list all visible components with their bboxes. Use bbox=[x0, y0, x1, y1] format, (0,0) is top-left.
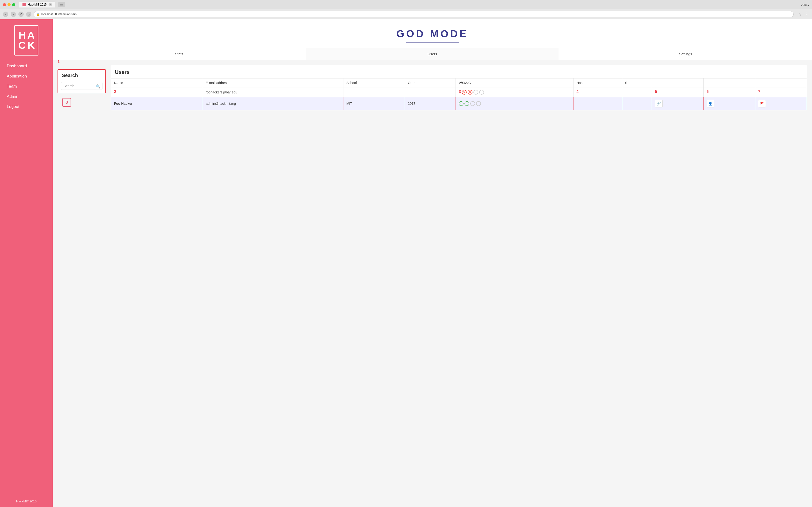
users-section: Users Name E-mail address School Grad V/… bbox=[111, 65, 807, 110]
cell-action-flag-2: 🚩 bbox=[755, 97, 807, 110]
cell-email-2: admin@hackmit.org bbox=[203, 97, 343, 110]
forward-button[interactable]: › bbox=[11, 12, 16, 17]
tab-favicon bbox=[22, 3, 26, 6]
cell-email: foohacker1@bar.edu bbox=[203, 88, 343, 97]
window-controls bbox=[3, 3, 15, 6]
titlebar: HackMIT 2015 × ▭ Jessy bbox=[0, 0, 812, 9]
page-header: GOD MODE bbox=[53, 19, 812, 48]
annotation-1: 1 bbox=[57, 60, 60, 64]
col-school: School bbox=[343, 78, 405, 88]
col-name: Name bbox=[111, 78, 203, 88]
table-row: 2 foohacker1@bar.edu 3 ✕ bbox=[111, 88, 807, 97]
logo-box: H AC K bbox=[14, 25, 39, 56]
main-wrapper: 1 Search 🔍 0 Users N bbox=[53, 60, 812, 111]
status-a-2 bbox=[470, 101, 475, 106]
browser-menu-icon[interactable]: ⋮ bbox=[805, 12, 809, 17]
annotation-5: 5 bbox=[655, 90, 657, 94]
annotation-7: 7 bbox=[758, 90, 760, 94]
plus-icon: ▭ bbox=[60, 2, 63, 7]
lock-icon: 🔒 bbox=[37, 13, 40, 16]
url-text: localhost:3000/admin/users bbox=[41, 12, 77, 16]
sidebar-item-application[interactable]: Application bbox=[4, 71, 49, 81]
table-row: Foo Hacker admin@hackmit.org MIT 2017 ✓ bbox=[111, 97, 807, 110]
cell-statuses-2: ✓ ✓ bbox=[456, 97, 573, 110]
search-panel: Search 🔍 bbox=[57, 69, 106, 93]
flag-icon: 🚩 bbox=[760, 102, 764, 106]
close-icon: × bbox=[50, 3, 51, 6]
main-content: GOD MODE Stats Users Settings 1 Search 🔍 bbox=[53, 19, 812, 507]
status-c-2 bbox=[476, 101, 481, 106]
users-section-title: Users bbox=[111, 65, 807, 78]
col-host: Host bbox=[573, 78, 622, 88]
col-dollar: $ bbox=[622, 78, 652, 88]
col-grad: Grad bbox=[405, 78, 456, 88]
app-layout: H AC K Dashboard Application Team Admin … bbox=[0, 19, 812, 507]
tab-stats[interactable]: Stats bbox=[53, 48, 306, 60]
cell-action-link-2: 🔗 bbox=[652, 97, 704, 110]
search-panel-title: Search bbox=[58, 70, 105, 80]
cell-grad-2: 2017 bbox=[405, 97, 456, 110]
users-table: Name E-mail address School Grad V/S/A/C … bbox=[111, 78, 807, 110]
logo-text: H AC K bbox=[18, 30, 34, 50]
left-panel: 1 Search 🔍 0 bbox=[57, 60, 106, 111]
status-c bbox=[479, 90, 484, 95]
col-email: E-mail address bbox=[203, 78, 343, 88]
right-panel: Users Name E-mail address School Grad V/… bbox=[111, 60, 807, 111]
status-v-2: ✓ bbox=[459, 101, 463, 106]
tab-users[interactable]: Users bbox=[306, 48, 559, 60]
url-bar[interactable]: 🔒 localhost:3000/admin/users bbox=[34, 11, 794, 17]
addressbar: ‹ › ↺ ⌂ 🔒 localhost:3000/admin/users ☆ ⋮ bbox=[0, 9, 812, 19]
search-input-wrap: 🔍 bbox=[58, 80, 105, 93]
page-title-underline bbox=[406, 43, 459, 43]
cell-action-link: 5 bbox=[652, 88, 704, 97]
link-button[interactable]: 🔗 bbox=[655, 100, 663, 107]
minimize-dot[interactable] bbox=[7, 3, 11, 6]
status-icons: 3 ✕ ✕ bbox=[459, 90, 570, 95]
sidebar-item-dashboard[interactable]: Dashboard bbox=[4, 61, 49, 71]
status-s: ✕ bbox=[468, 90, 472, 95]
sidebar-logo: H AC K bbox=[0, 19, 53, 61]
browser-tab[interactable]: HackMIT 2015 × bbox=[19, 2, 55, 7]
check-icon: ✓ bbox=[460, 102, 462, 105]
search-icon: 🔍 bbox=[96, 84, 101, 89]
sidebar-item-logout[interactable]: Logout bbox=[4, 102, 49, 112]
status-s-2: ✓ bbox=[464, 101, 469, 106]
col-action2 bbox=[704, 78, 755, 88]
check-icon-2: ✓ bbox=[466, 102, 468, 105]
cell-name-2: Foo Hacker bbox=[111, 97, 203, 110]
cell-name: 2 bbox=[111, 88, 203, 97]
cell-dollar bbox=[622, 88, 652, 97]
back-button[interactable]: ‹ bbox=[3, 12, 8, 17]
refresh-button[interactable]: ↺ bbox=[18, 12, 24, 17]
sidebar-item-team[interactable]: Team bbox=[4, 81, 49, 91]
tab-settings[interactable]: Settings bbox=[559, 48, 812, 60]
close-dot[interactable] bbox=[3, 3, 6, 6]
col-vsac: V/S/A/C bbox=[456, 78, 573, 88]
flag-button[interactable]: 🚩 bbox=[758, 100, 766, 107]
status-v: ✕ bbox=[462, 90, 467, 95]
home-button[interactable]: ⌂ bbox=[26, 12, 32, 17]
add-person-icon: 👤 bbox=[708, 102, 712, 106]
sidebar-nav: Dashboard Application Team Admin Logout bbox=[0, 61, 53, 496]
maximize-dot[interactable] bbox=[12, 3, 15, 6]
annotation-4: 4 bbox=[576, 90, 578, 94]
tab-title: HackMIT 2015 bbox=[28, 3, 47, 6]
refresh-icon: ↺ bbox=[20, 12, 22, 16]
actions-link: 🔗 bbox=[655, 100, 701, 107]
new-tab-button[interactable]: ▭ bbox=[58, 2, 65, 7]
sidebar-footer: HackMIT 2015 bbox=[0, 496, 53, 507]
back-icon: ‹ bbox=[5, 12, 6, 16]
username-display: Jessy bbox=[801, 3, 809, 6]
add-person-button[interactable]: 👤 bbox=[707, 100, 714, 107]
col-action1 bbox=[652, 78, 704, 88]
forward-icon: › bbox=[13, 12, 14, 16]
cell-school bbox=[343, 88, 405, 97]
tab-close-button[interactable]: × bbox=[49, 3, 52, 6]
sidebar-item-admin[interactable]: Admin bbox=[4, 92, 49, 101]
bookmark-icon[interactable]: ☆ bbox=[798, 12, 801, 17]
count-badge: 0 bbox=[62, 98, 71, 107]
page-title: GOD MODE bbox=[53, 28, 812, 40]
cell-host-2 bbox=[573, 97, 622, 110]
status-a bbox=[473, 90, 478, 95]
x-icon-2: ✕ bbox=[469, 91, 471, 94]
